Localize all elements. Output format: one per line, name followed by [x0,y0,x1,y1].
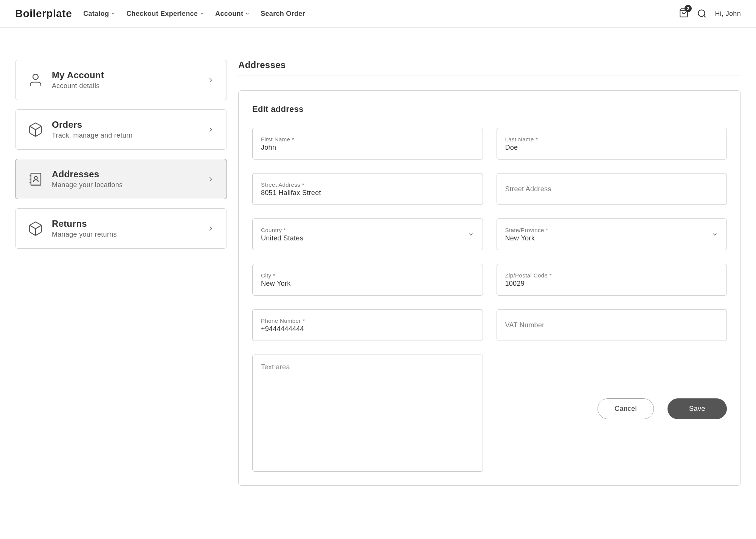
chevron-right-icon [207,126,214,133]
street-address-2-placeholder: Street Address [505,185,719,193]
chevron-down-icon [711,231,718,238]
sidebar-item-title: My Account [52,70,199,81]
zip-label: Zip/Postal Code * [505,272,719,279]
sidebar-item-title: Returns [52,218,199,229]
nav-search-order-label: Search Order [261,10,305,18]
box-icon [28,122,43,138]
main: Addresses Edit address First Name * Last… [238,60,741,486]
country-select[interactable]: Country * United States [252,218,483,250]
save-button[interactable]: Save [668,398,727,419]
header-right: 2 Hi, John [679,8,741,19]
sidebar-item-subtitle: Manage your returns [52,231,199,239]
city-input[interactable] [261,280,474,288]
chevron-right-icon [207,76,214,84]
zip-input[interactable] [505,280,719,288]
country-value: United States [261,234,467,242]
logo[interactable]: Boilerplate [15,8,72,20]
nav-account-label: Account [215,10,243,18]
state-label: State/Province * [505,227,712,233]
sidebar-item-title: Orders [52,119,199,130]
page-title: Addresses [238,60,741,76]
street-address-1-label: Street Address * [261,181,474,188]
chevron-right-icon [207,175,214,183]
edit-address-card: Edit address First Name * Last Name * St… [238,90,741,486]
sidebar-item-title: Addresses [52,169,199,180]
nav-checkout-label: Checkout Experience [126,10,198,18]
vat-placeholder: VAT Number [505,321,719,329]
sidebar-text: Addresses Manage your locations [52,169,199,189]
notes-textarea[interactable] [252,355,483,472]
sidebar-text: My Account Account details [52,70,199,90]
nav-account[interactable]: Account [215,10,250,18]
cart-badge: 2 [685,5,692,12]
sidebar-item-returns[interactable]: Returns Manage your returns [15,208,227,249]
chevron-down-icon [199,11,205,16]
search-icon[interactable] [697,9,707,19]
sidebar-item-addresses[interactable]: Addresses Manage your locations [15,159,227,199]
last-name-label: Last Name * [505,136,719,142]
svg-point-1 [698,10,705,16]
header: Boilerplate Catalog Checkout Experience … [0,0,756,28]
phone-input[interactable] [261,325,474,333]
phone-field[interactable]: Phone Number * [252,309,483,341]
chevron-down-icon [245,11,250,16]
address-book-icon [28,171,43,187]
user-icon [28,72,43,88]
cancel-button[interactable]: Cancel [598,398,654,419]
street-address-1-field[interactable]: Street Address * [252,173,483,205]
sidebar-item-subtitle: Track, manage and return [52,132,199,139]
sidebar-item-orders[interactable]: Orders Track, manage and return [15,109,227,150]
country-label: Country * [261,227,467,233]
sidebar-text: Orders Track, manage and return [52,119,199,139]
sidebar-item-subtitle: Manage your locations [52,181,199,189]
box-icon [28,221,43,237]
first-name-field[interactable]: First Name * [252,128,483,160]
street-address-2-field[interactable]: Street Address [497,173,727,205]
city-field[interactable]: City * [252,264,483,296]
last-name-input[interactable] [505,144,719,152]
cart-button[interactable]: 2 [679,8,689,19]
card-title: Edit address [252,104,727,114]
state-value: New York [505,234,712,242]
sidebar-item-my-account[interactable]: My Account Account details [15,60,227,100]
street-address-1-input[interactable] [261,189,474,197]
svg-line-2 [704,15,706,17]
user-greeting[interactable]: Hi, John [715,10,741,18]
nav-search-order[interactable]: Search Order [261,10,305,18]
main-nav: Catalog Checkout Experience Account Sear… [83,10,678,18]
container: My Account Account details Orders Track,… [0,28,756,501]
zip-field[interactable]: Zip/Postal Code * [497,264,727,296]
sidebar-item-subtitle: Account details [52,82,199,90]
svg-point-3 [33,74,38,79]
chevron-down-icon [467,231,474,238]
svg-point-9 [34,176,37,179]
form-buttons: Cancel Save [497,355,727,472]
last-name-field[interactable]: Last Name * [497,128,727,160]
chevron-down-icon [110,11,116,16]
vat-field[interactable]: VAT Number [497,309,727,341]
sidebar-text: Returns Manage your returns [52,218,199,239]
state-select[interactable]: State/Province * New York [497,218,727,250]
chevron-right-icon [207,225,214,232]
sidebar: My Account Account details Orders Track,… [15,60,227,486]
first-name-input[interactable] [261,144,474,152]
nav-catalog-label: Catalog [83,10,109,18]
city-label: City * [261,272,474,279]
form-grid: First Name * Last Name * Street Address … [252,128,727,472]
nav-checkout-experience[interactable]: Checkout Experience [126,10,205,18]
nav-catalog[interactable]: Catalog [83,10,116,18]
phone-label: Phone Number * [261,318,474,324]
first-name-label: First Name * [261,136,474,142]
